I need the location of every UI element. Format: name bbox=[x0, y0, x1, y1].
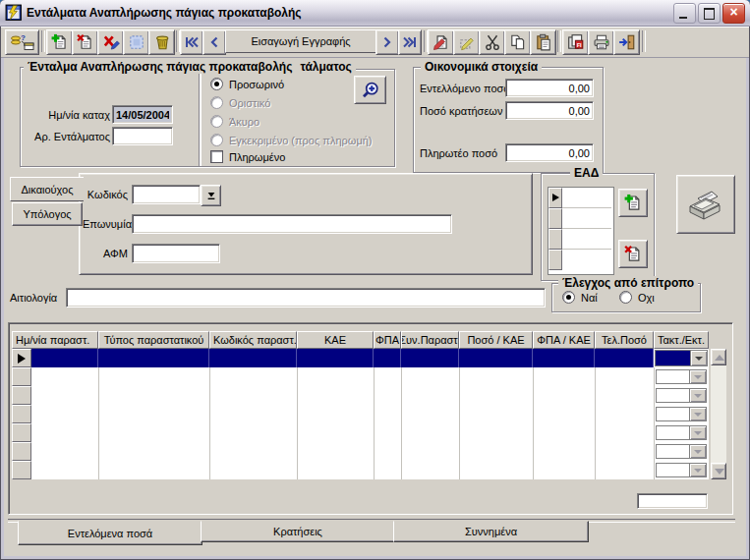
date-label: Ημ/νία καταχ bbox=[29, 109, 110, 121]
ead-grid bbox=[548, 187, 614, 275]
cancel-edit-icon bbox=[102, 33, 120, 51]
entry-date-field[interactable] bbox=[112, 105, 173, 124]
combo-dropdown-button[interactable] bbox=[689, 426, 706, 439]
auditor-option-no[interactable]: Οχι bbox=[619, 291, 655, 304]
attachments-button[interactable]: FI bbox=[562, 29, 589, 55]
auditor-option-yes[interactable]: Ναί bbox=[562, 291, 598, 304]
exit-button[interactable] bbox=[613, 29, 640, 55]
grid-row-selected[interactable] bbox=[31, 349, 654, 367]
status-option-approved[interactable]: Εγκεκριμένο (προς πληρωμή) bbox=[210, 134, 373, 146]
chevron-up-icon bbox=[715, 355, 724, 361]
tab-accountable[interactable]: Υπόλογος bbox=[12, 202, 83, 226]
status-option-final[interactable]: Οριστικό bbox=[210, 96, 270, 109]
title-bar[interactable]: Εντάλματα Αναπλήρωσης πάγιας προκαταβολή… bbox=[0, 0, 750, 27]
ead-row-selector[interactable] bbox=[548, 250, 562, 270]
ead-row-selector[interactable] bbox=[548, 208, 562, 229]
cancel-edit-button[interactable] bbox=[97, 29, 124, 55]
takt-ekt-combo[interactable] bbox=[656, 444, 707, 459]
grid-row-selector[interactable] bbox=[12, 367, 31, 386]
edit-record-button[interactable] bbox=[428, 29, 454, 55]
ordered-amount-field[interactable] bbox=[505, 79, 594, 97]
withholdings-amount-field[interactable] bbox=[505, 101, 594, 120]
status-group-title-fragment: τάλματος bbox=[296, 60, 355, 74]
ead-delete-button[interactable] bbox=[618, 240, 648, 268]
grid-header-vat-kae: ΦΠΑ / ΚΑΕ bbox=[533, 331, 595, 349]
ead-cell[interactable] bbox=[562, 208, 611, 229]
bottom-tab-withholdings[interactable]: Κρατήσεις bbox=[201, 521, 395, 542]
nav-prev-button[interactable] bbox=[202, 29, 226, 55]
takt-ekt-combo[interactable] bbox=[656, 407, 707, 421]
zoom-detail-button[interactable] bbox=[354, 76, 386, 104]
takt-ekt-combo-selected[interactable] bbox=[655, 350, 708, 366]
trash-button[interactable] bbox=[148, 29, 175, 55]
nav-first-button[interactable] bbox=[180, 29, 203, 55]
maximize-button[interactable] bbox=[698, 3, 721, 24]
ead-cell[interactable] bbox=[562, 188, 611, 208]
code-dropdown-button[interactable] bbox=[201, 185, 221, 206]
print-order-button[interactable] bbox=[676, 175, 735, 234]
print-button[interactable] bbox=[588, 29, 614, 55]
cut-button[interactable] bbox=[479, 29, 505, 55]
vat-field[interactable] bbox=[132, 244, 220, 263]
takt-ekt-combo[interactable] bbox=[656, 388, 707, 403]
ead-add-button[interactable] bbox=[618, 189, 648, 217]
payable-amount-field[interactable] bbox=[505, 143, 594, 162]
reason-field[interactable] bbox=[66, 288, 546, 308]
ead-row-selector[interactable] bbox=[548, 188, 562, 208]
grid-row-selector[interactable] bbox=[12, 423, 31, 442]
grid-total-field[interactable] bbox=[637, 493, 708, 509]
scroll-down-button[interactable] bbox=[711, 463, 726, 479]
group-titles-row: Ένταλμα Αναπλήρωσης πάγιας προκαταβολής … bbox=[24, 60, 356, 74]
minimize-button[interactable] bbox=[673, 3, 696, 24]
save-record-icon bbox=[128, 33, 145, 51]
bottom-tab-amounts[interactable]: Εντελόμενα ποσά bbox=[18, 521, 202, 545]
paste-button[interactable] bbox=[530, 29, 556, 55]
bottom-tab-attachments[interactable]: Συννημένα bbox=[393, 521, 589, 542]
ead-cell[interactable] bbox=[562, 250, 611, 270]
takt-ekt-combo[interactable] bbox=[656, 463, 707, 477]
grid-vertical-scrollbar[interactable] bbox=[711, 349, 726, 479]
trash-icon bbox=[153, 33, 171, 51]
copy-button[interactable] bbox=[504, 29, 531, 55]
ead-row-selector[interactable] bbox=[548, 229, 562, 250]
grid-row-selector[interactable] bbox=[12, 442, 31, 461]
delete-record-button[interactable] bbox=[72, 29, 98, 55]
combo-dropdown-button[interactable] bbox=[689, 445, 706, 458]
combo-dropdown-button[interactable] bbox=[689, 408, 706, 420]
close-button[interactable]: × bbox=[722, 3, 745, 24]
combo-dropdown-button[interactable] bbox=[690, 351, 707, 365]
find-record-button[interactable]: ? bbox=[5, 29, 39, 55]
paid-checkbox[interactable]: Πληρωμένο bbox=[210, 150, 285, 163]
name-field[interactable] bbox=[132, 214, 452, 234]
status-option-void[interactable]: Άκυρο bbox=[210, 115, 260, 128]
add-record-button[interactable] bbox=[46, 29, 73, 55]
chevron-down-icon bbox=[695, 357, 703, 361]
order-number-field[interactable] bbox=[112, 127, 173, 145]
takt-ekt-combo[interactable] bbox=[656, 425, 707, 440]
ead-cell[interactable] bbox=[562, 229, 611, 250]
nav-last-button[interactable] bbox=[398, 29, 422, 55]
grid-row-selector[interactable] bbox=[12, 461, 31, 479]
takt-ekt-combo[interactable] bbox=[656, 369, 707, 384]
status-option-temporary[interactable]: Προσωρινό bbox=[210, 78, 284, 90]
paste-icon bbox=[535, 33, 552, 51]
grid-empty-rows[interactable] bbox=[31, 367, 654, 479]
combo-dropdown-button[interactable] bbox=[689, 389, 706, 402]
grid-row-selector[interactable] bbox=[12, 349, 31, 367]
select-pencil-button[interactable] bbox=[453, 29, 480, 55]
scroll-up-button[interactable] bbox=[711, 349, 726, 365]
vat-label: ΑΦΜ bbox=[94, 248, 128, 259]
delete-row-icon bbox=[624, 245, 643, 263]
record-status: Εισαγωγή Εγγραφής bbox=[225, 29, 376, 53]
grid-row-selector[interactable] bbox=[12, 386, 31, 405]
combo-dropdown-button[interactable] bbox=[689, 464, 706, 476]
code-field[interactable] bbox=[132, 185, 201, 204]
grid-header-kae: ΚΑΕ bbox=[297, 331, 374, 349]
auditor-group-title: Έλεγχος από επίτροπο bbox=[558, 276, 698, 290]
nav-next-button[interactable] bbox=[375, 29, 399, 55]
tab-beneficiary[interactable]: Δικαιούχος bbox=[10, 177, 84, 201]
combo-dropdown-button[interactable] bbox=[689, 370, 706, 383]
delete-record-icon bbox=[77, 33, 94, 51]
save-record-button[interactable] bbox=[123, 29, 149, 55]
grid-row-selector[interactable] bbox=[12, 405, 31, 423]
